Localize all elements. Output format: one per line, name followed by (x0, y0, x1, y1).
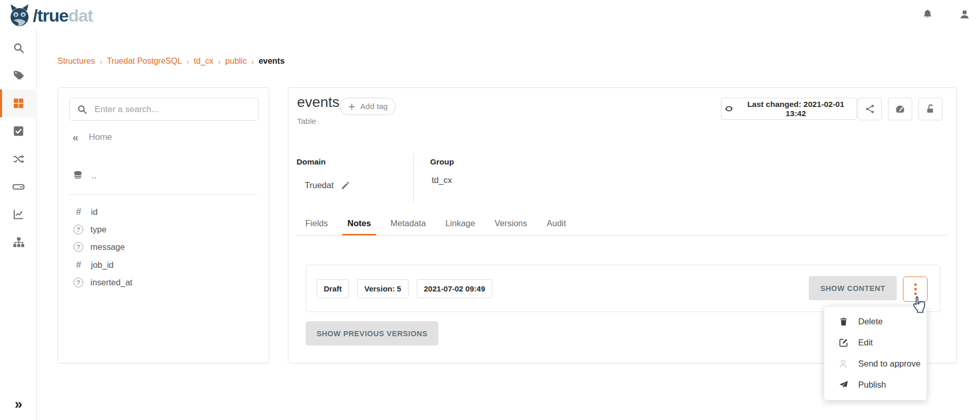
tab-bar: Fields Notes Metadata Linkage Versions A… (297, 213, 948, 235)
menu-item-edit[interactable]: Edit (824, 332, 927, 353)
quality-dashboard-button[interactable] (888, 98, 912, 120)
note-actions-menu-button[interactable] (903, 277, 928, 302)
tab-metadata[interactable]: Metadata (385, 213, 431, 235)
sidebar-item-sources[interactable] (0, 173, 37, 200)
breadcrumb-link-schema[interactable]: public (225, 57, 247, 66)
version-badge: Version: 5 (357, 279, 409, 298)
tags-icon (13, 70, 25, 82)
app-header: /truedat (0, 0, 980, 30)
breadcrumb-link-structures[interactable]: Structures (58, 57, 95, 66)
hash-icon: # (73, 207, 84, 217)
tab-audit[interactable]: Audit (542, 213, 571, 235)
question-circle-icon: ? (73, 242, 83, 252)
show-previous-versions-button[interactable]: SHOW PREVIOUS VERSIONS (306, 321, 438, 345)
user-icon (959, 9, 970, 20)
tab-fields[interactable]: Fields (300, 213, 333, 235)
parent-directory-item[interactable]: .. (72, 170, 96, 181)
field-label: job_id (91, 260, 114, 270)
logo-text-primary: /true (33, 6, 68, 25)
sync-icon (725, 104, 733, 113)
chevron-right-icon: › (100, 57, 102, 66)
permissions-button[interactable] (918, 98, 942, 120)
last-changed-button[interactable]: Last changed: 2021-02-01 13:42 (721, 98, 857, 120)
owl-logo-icon (8, 3, 31, 28)
chevron-right-icon: › (187, 57, 189, 66)
field-label: message (90, 242, 125, 252)
share-icon (865, 104, 875, 114)
edit-domain-pencil-icon[interactable] (341, 180, 350, 190)
add-tag-button[interactable]: Add tag (340, 98, 396, 115)
group-value: td_cx (432, 175, 452, 185)
menu-item-delete[interactable]: Delete (824, 311, 927, 332)
double-chevron-right-icon: » (14, 396, 22, 412)
menu-item-publish[interactable]: Publish (824, 374, 927, 395)
search-icon (77, 104, 87, 115)
domain-value: Truedat (305, 180, 334, 190)
menu-item-label: Delete (858, 317, 883, 326)
hdd-icon (12, 180, 25, 193)
tab-versions[interactable]: Versions (489, 213, 532, 235)
domain-label: Domain (297, 157, 326, 167)
field-item-message[interactable]: ? message (73, 242, 125, 252)
header-actions (918, 5, 974, 24)
sidebar-item-lineage[interactable] (0, 145, 37, 173)
plus-icon (348, 103, 356, 111)
add-tag-label: Add tag (360, 102, 387, 111)
menu-item-label: Publish (858, 380, 886, 390)
divider (413, 154, 414, 202)
breadcrumb-link-database[interactable]: td_cx (194, 57, 213, 66)
chevron-right-icon: › (251, 57, 254, 66)
menu-item-label: Edit (858, 338, 873, 348)
field-item-id[interactable]: # id (73, 207, 98, 217)
tachometer-icon (895, 104, 905, 115)
notifications-button[interactable] (918, 5, 937, 24)
sidebar-item-quality[interactable] (0, 200, 37, 228)
note-version-card: Draft Version: 5 2021-07-02 09:49 SHOW C… (306, 265, 940, 312)
sidebar-item-tasks[interactable] (0, 117, 37, 145)
chart-line-icon (13, 209, 24, 220)
bell-icon (922, 9, 933, 20)
field-item-job-id[interactable]: # job_id (73, 260, 114, 270)
note-badges: Draft Version: 5 2021-07-02 09:49 (317, 279, 492, 298)
show-content-button[interactable]: SHOW CONTENT (809, 276, 897, 300)
screen: /truedat (0, 0, 980, 420)
group-label: Group (430, 157, 454, 167)
search-box (69, 98, 258, 121)
menu-item-send-to-approve[interactable]: Send to approve (824, 353, 927, 374)
logo-text: /truedat (33, 4, 93, 27)
sidebar-items (0, 34, 37, 256)
sidebar-item-domains[interactable] (0, 228, 37, 256)
sitemap-icon (13, 236, 25, 248)
tab-notes[interactable]: Notes (342, 213, 376, 235)
user-menu-button[interactable] (955, 5, 974, 24)
timestamp-badge: 2021-07-02 09:49 (417, 279, 492, 298)
parent-directory-label: .. (91, 171, 96, 181)
question-circle-icon: ? (73, 225, 83, 234)
truedat-logo[interactable]: /truedat (8, 3, 93, 28)
field-item-type[interactable]: ? type (73, 225, 106, 234)
note-actions-context-menu: Delete Edit Send to approve (824, 306, 927, 400)
shuffle-icon (13, 153, 25, 165)
sidebar-item-search[interactable] (0, 34, 37, 62)
breadcrumb-link-system[interactable]: Truedat PostgreSQL (107, 57, 182, 66)
search-input[interactable] (94, 104, 258, 115)
question-circle-icon: ? (73, 278, 83, 287)
home-link[interactable]: « Home (72, 131, 112, 143)
check-square-icon (13, 125, 24, 137)
hash-icon: # (73, 260, 84, 270)
sidebar-item-structures[interactable] (0, 89, 37, 117)
tab-linkage[interactable]: Linkage (440, 213, 480, 235)
home-label: Home (89, 132, 112, 142)
field-label: id (91, 207, 98, 217)
chevron-right-icon: › (218, 57, 220, 66)
sidebar: » (0, 30, 37, 420)
page-title: events (297, 94, 340, 111)
breadcrumb: Structures › Truedat PostgreSQL › td_cx … (58, 57, 285, 66)
sidebar-expand-button[interactable]: » (0, 396, 37, 413)
paper-plane-icon (838, 380, 849, 390)
breadcrumb-current: events (258, 57, 285, 66)
edit-icon (838, 338, 849, 348)
share-button[interactable] (858, 98, 882, 120)
sidebar-item-tags[interactable] (0, 62, 37, 89)
field-item-inserted-at[interactable]: ? inserted_at (73, 278, 133, 287)
